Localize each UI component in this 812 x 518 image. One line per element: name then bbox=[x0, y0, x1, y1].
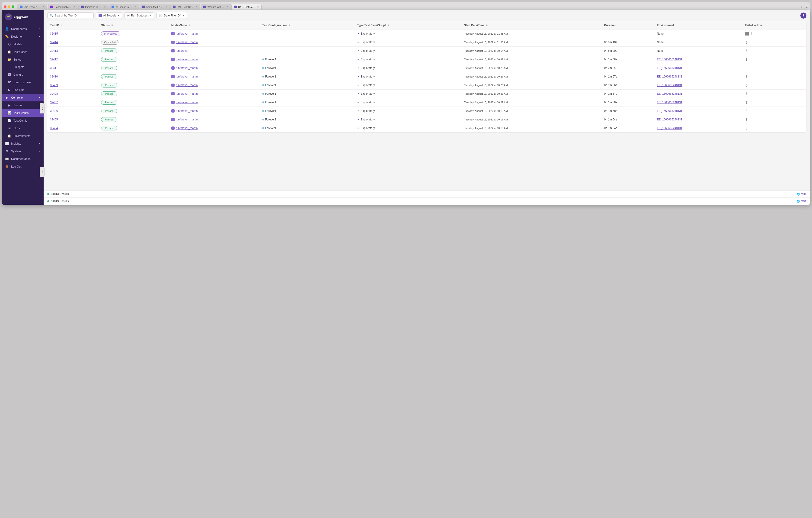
tab-close-0[interactable]: ✕ bbox=[43, 5, 45, 8]
browser-tab-6[interactable]: Working with Test C... ✕ bbox=[201, 4, 231, 9]
sidebar-item-test-results[interactable]: 📊 Test Results bbox=[2, 109, 44, 117]
model-link-32411[interactable]: runforever_martin bbox=[171, 66, 257, 70]
sidebar-item-live-run[interactable]: ▶ Live Run bbox=[2, 86, 44, 94]
more-actions-32414[interactable]: ⋮ bbox=[745, 40, 748, 44]
more-actions-32411[interactable]: ⋮ bbox=[745, 66, 748, 70]
sidebar-item-capture[interactable]: 🖼 Capture bbox=[2, 71, 44, 78]
search-input[interactable] bbox=[55, 14, 91, 17]
env-link-32404[interactable]: EE_1660665248131 bbox=[657, 127, 682, 130]
browser-tab-4[interactable]: Using the Eggplant... ✕ bbox=[140, 4, 170, 9]
col-header-model-suite[interactable]: Model/Suite ⇅ bbox=[169, 21, 259, 29]
test-id-link-32412[interactable]: 32412 bbox=[50, 58, 58, 61]
sidebar-item-insights[interactable]: 📊 Insights ▾ bbox=[2, 140, 44, 147]
model-link-32413[interactable]: runforever bbox=[171, 49, 257, 52]
sidebar-item-designer[interactable]: ✏️ Designer ▾ bbox=[2, 33, 44, 40]
sidebar-item-documentation[interactable]: 📖 Documentation bbox=[2, 155, 44, 163]
test-id-link-32411[interactable]: 32411 bbox=[50, 66, 58, 70]
tab-close-6[interactable]: ✕ bbox=[226, 5, 228, 8]
test-id-link-32405[interactable]: 32405 bbox=[50, 118, 58, 121]
help-button[interactable]: ? bbox=[801, 12, 806, 19]
sidebar-item-runner[interactable]: ▶ Runner bbox=[2, 102, 44, 109]
test-id-link-32414[interactable]: 32414 bbox=[50, 40, 58, 44]
model-link-32409[interactable]: runforever_martin bbox=[171, 84, 257, 87]
col-header-type-test-case-script[interactable]: Type/Test Case/Script ⇅ bbox=[354, 21, 461, 29]
browser-tab-1[interactable]: Conditional classes... ✕ bbox=[48, 4, 78, 9]
env-link-32410[interactable]: EE_1660665248131 bbox=[657, 75, 682, 78]
env-link-32405[interactable]: EE_1660665248131 bbox=[657, 118, 682, 121]
tab-more-button[interactable]: ⌄ bbox=[806, 5, 808, 8]
col-header-status[interactable]: Status ⇅ bbox=[98, 21, 168, 29]
test-id-link-32413[interactable]: 32413 bbox=[50, 49, 58, 52]
browser-tab-5[interactable]: DAI - Test Results ✕ bbox=[170, 4, 200, 9]
model-link-32408[interactable]: runforever_martin bbox=[171, 92, 257, 96]
sidebar-item-log-out[interactable]: 🚪 Log Out bbox=[2, 163, 44, 170]
search-box[interactable]: 🔍 bbox=[47, 12, 94, 19]
more-actions-32405[interactable]: ⋮ bbox=[745, 118, 748, 121]
tab-close-2[interactable]: ✕ bbox=[104, 5, 106, 8]
tab-close-5[interactable]: ✕ bbox=[196, 5, 198, 8]
new-tab-button[interactable]: + bbox=[799, 4, 804, 10]
tab-close-4[interactable]: ✕ bbox=[165, 5, 167, 8]
sidebar-item-controller[interactable]: ▶ Controller ▾ bbox=[2, 94, 44, 102]
col-header-test-configuration[interactable]: Test Configuration ⇅ bbox=[259, 21, 354, 29]
sidebar-item-test-cases[interactable]: 📋 Test Cases bbox=[2, 48, 44, 56]
type-cell-32413: ✔ Exploratory bbox=[357, 49, 459, 52]
env-link-32408[interactable]: EE_1660665248131 bbox=[657, 92, 682, 96]
env-link-32407[interactable]: EE_1660665248131 bbox=[657, 101, 682, 104]
run-status-filter[interactable]: All Run Statuses ▼ bbox=[124, 12, 154, 19]
sidebar-collapse-button-2[interactable]: ❮ bbox=[40, 167, 45, 177]
more-actions-32408[interactable]: ⋮ bbox=[745, 92, 748, 96]
more-actions-32409[interactable]: ⋮ bbox=[745, 83, 748, 87]
more-actions-32410[interactable]: ⋮ bbox=[745, 75, 748, 78]
test-id-link-32415[interactable]: 32415 bbox=[50, 32, 58, 35]
tab-close-1[interactable]: ✕ bbox=[73, 5, 75, 8]
model-link-32412[interactable]: runforever_martin bbox=[171, 58, 257, 61]
model-link-32404[interactable]: runforever_martin bbox=[171, 127, 257, 130]
col-header-start-date-time[interactable]: Start Date/Time ⇅ bbox=[461, 21, 601, 29]
sidebar-collapse-button[interactable]: ❮ bbox=[40, 103, 45, 113]
status-badge-32412: Passed bbox=[101, 57, 117, 62]
sidebar-item-snippets[interactable]: Snippets bbox=[2, 63, 44, 71]
more-actions-32412[interactable]: ⋮ bbox=[745, 58, 748, 61]
env-link-32409[interactable]: EE_1660665248131 bbox=[657, 84, 682, 87]
more-actions-32406[interactable]: ⋮ bbox=[745, 109, 748, 113]
all-models-filter[interactable]: All Models ▼ bbox=[96, 12, 122, 19]
env-link-32411[interactable]: EE_1660665248131 bbox=[657, 66, 682, 70]
browser-tab-0[interactable]: Use React and APIs... ✕ bbox=[17, 4, 47, 9]
env-link-32406[interactable]: EE_1660665248131 bbox=[657, 109, 682, 113]
model-link-32405[interactable]: runforever_martin bbox=[171, 118, 257, 121]
sidebar-item-models[interactable]: ⬡ Models bbox=[2, 40, 44, 48]
test-id-link-32407[interactable]: 32407 bbox=[50, 101, 58, 104]
test-id-link-32404[interactable]: 32404 bbox=[50, 127, 58, 130]
env-link-32412[interactable]: EE_1660665248131 bbox=[657, 58, 682, 61]
model-link-32415[interactable]: runforever_martin bbox=[171, 32, 257, 35]
model-link-32406[interactable]: runforever_martin bbox=[171, 109, 257, 113]
test-id-link-32408[interactable]: 32408 bbox=[50, 92, 58, 96]
col-header-test-id[interactable]: Test ID ⇅ bbox=[47, 21, 98, 29]
test-id-link-32410[interactable]: 32410 bbox=[50, 75, 58, 78]
date-filter[interactable]: 🕐 Date Filter Off ▼ bbox=[156, 12, 187, 19]
model-link-32410[interactable]: runforever_martin bbox=[171, 75, 257, 78]
browser-tab-3[interactable]: AI Sign in to Eggplant... ✕ bbox=[109, 4, 139, 9]
sidebar-item-environments[interactable]: 📋 Environments bbox=[2, 132, 44, 140]
model-link-32414[interactable]: runforever_martin bbox=[171, 40, 257, 44]
sidebar-item-suts[interactable]: 🖥 SUTs bbox=[2, 125, 44, 132]
test-id-link-32406[interactable]: 32406 bbox=[50, 109, 58, 113]
sidebar-item-system[interactable]: ⚙ System ▾ bbox=[2, 147, 44, 155]
browser-tab-2[interactable]: Improved UI Kit | Re... ✕ bbox=[78, 4, 109, 9]
more-actions-32407[interactable]: ⋮ bbox=[745, 101, 748, 104]
sidebar-item-suites[interactable]: 📁 Suites bbox=[2, 56, 44, 63]
sidebar-item-dashboards[interactable]: 👤 Dashboards ▾ bbox=[2, 25, 44, 33]
test-id-link-32409[interactable]: 32409 bbox=[50, 84, 58, 87]
browser-tab-7[interactable]: DAI - Test Results ✕ bbox=[231, 4, 262, 9]
tab-close-7[interactable]: ✕ bbox=[257, 5, 259, 8]
stop-button-32415[interactable] bbox=[745, 32, 749, 35]
sidebar-item-user-journeys[interactable]: 🗺 User Journeys bbox=[2, 78, 44, 86]
more-actions-32413[interactable]: ⋮ bbox=[745, 49, 748, 53]
model-icon bbox=[171, 118, 175, 121]
tab-close-3[interactable]: ✕ bbox=[135, 5, 137, 8]
model-link-32407[interactable]: runforever_martin bbox=[171, 101, 257, 104]
more-actions-32415[interactable]: ⋮ bbox=[750, 32, 753, 35]
sidebar-item-test-config[interactable]: 📄 Test Config bbox=[2, 117, 44, 125]
more-actions-32404[interactable]: ⋮ bbox=[745, 126, 748, 130]
